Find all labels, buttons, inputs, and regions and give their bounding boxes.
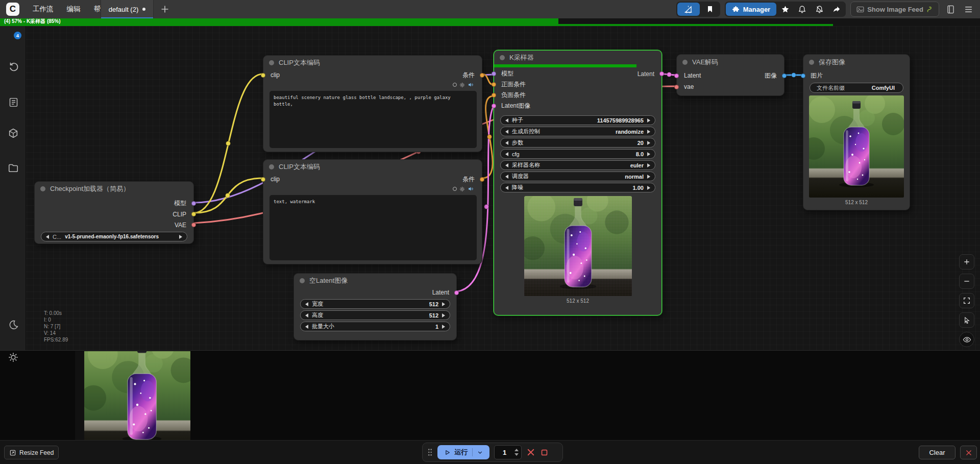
increment-icon[interactable] (647, 118, 650, 123)
settings-button[interactable] (7, 351, 19, 363)
ckpt-name-widget[interactable]: C... v1-5-pruned-emaonly-fp16.safetensor… (41, 232, 187, 241)
node-checkpoint-loader[interactable]: Checkpoint加载器（简易） 模型 CLIP VAE C... v1-5-… (34, 181, 194, 244)
feed-image[interactable] (75, 351, 190, 440)
positive-prompt-textarea[interactable]: beautiful scenery nature glass bottle la… (270, 91, 477, 148)
decrement-icon[interactable] (505, 175, 508, 179)
decrement-icon[interactable] (505, 163, 508, 167)
collapse-dot-icon[interactable] (269, 60, 274, 65)
port-dot-clip[interactable] (261, 73, 265, 78)
drag-handle-icon[interactable] (427, 448, 433, 456)
batch-size-widget[interactable]: 批量大小 1 (300, 322, 450, 331)
increment-icon[interactable] (647, 152, 650, 156)
decrement-icon[interactable] (505, 186, 508, 190)
comfyui-logo[interactable]: C (6, 3, 19, 16)
notification-button-1[interactable] (794, 3, 810, 16)
increment-icon[interactable] (647, 175, 650, 179)
collapse-dot-icon[interactable] (682, 60, 688, 65)
model-library-button[interactable] (7, 127, 19, 139)
theme-toggle-button[interactable] (7, 319, 19, 331)
next-option-icon[interactable] (179, 235, 182, 239)
node-clip-text-encode-positive[interactable]: CLIP文本编码 clip 条件 beautiful scenery natur… (263, 55, 482, 152)
port-dot-vae[interactable] (674, 85, 679, 89)
spin-down-icon[interactable] (514, 453, 519, 456)
decrement-icon[interactable] (505, 152, 508, 156)
node-title-bar[interactable]: CLIP文本编码 (263, 160, 482, 174)
toggle-link-visibility-button[interactable] (959, 332, 974, 347)
close-feed-button[interactable] (960, 446, 977, 459)
decrement-icon[interactable] (505, 141, 508, 145)
decrement-icon[interactable] (305, 313, 308, 318)
node-ksampler[interactable]: K采样器 模型 Latent 正面条件 负面条件 Latent图像 种子 114… (494, 50, 662, 315)
increment-icon[interactable] (647, 130, 650, 134)
node-title-bar[interactable]: 空Latent图像 (294, 274, 456, 287)
port-dot-model[interactable] (492, 71, 496, 76)
node-empty-latent-image[interactable]: 空Latent图像 Latent 宽度 512 高度 512 批量大小 1 (293, 273, 457, 340)
dot-toggle-icon[interactable] (453, 83, 457, 87)
height-widget[interactable]: 高度 512 (300, 310, 450, 320)
chevron-down-icon[interactable] (477, 449, 483, 456)
port-dot-positive[interactable] (492, 82, 496, 87)
panel-toggle-button[interactable] (944, 3, 957, 16)
clear-feed-button[interactable]: Clear (919, 446, 955, 459)
scheduler-widget[interactable]: 调度器 normal (500, 172, 655, 181)
speaker-icon[interactable] (468, 186, 474, 192)
port-dot-latent-in[interactable] (492, 104, 496, 108)
decrement-icon[interactable] (505, 130, 508, 134)
node-library-button[interactable] (7, 96, 19, 108)
workflow-tab[interactable]: default (2) (101, 0, 154, 18)
decrement-icon[interactable] (305, 302, 308, 306)
gear-icon[interactable] (459, 82, 465, 88)
width-widget[interactable]: 宽度 512 (300, 299, 450, 309)
favorites-button[interactable] (777, 3, 793, 16)
port-dot-image[interactable] (801, 74, 805, 78)
workflow-templates-button[interactable] (677, 3, 700, 16)
run-button[interactable]: 运行 (437, 445, 489, 459)
increment-icon[interactable] (442, 325, 445, 329)
workflows-browser-button[interactable] (7, 162, 19, 174)
zoom-in-button[interactable] (959, 254, 974, 270)
steps-widget[interactable]: 步数 20 (500, 138, 655, 148)
node-clip-text-encode-negative[interactable]: CLIP文本编码 clip 条件 text, watermark (263, 159, 482, 264)
increment-icon[interactable] (647, 186, 650, 190)
seed-widget[interactable]: 种子 114575989928965 (500, 115, 655, 125)
menu-edit[interactable]: 编辑 (67, 5, 81, 14)
queue-history-button[interactable] (7, 60, 19, 72)
denoise-widget[interactable]: 降噪 1.00 (500, 183, 655, 192)
port-dot-negative[interactable] (492, 93, 496, 97)
batch-count-spinner[interactable] (514, 449, 521, 456)
node-vae-decode[interactable]: VAE解码 Latent 图像 vae (676, 54, 785, 96)
port-dot-latent[interactable] (454, 290, 459, 295)
speaker-icon[interactable] (468, 82, 474, 88)
node-title-bar[interactable]: 保存图像 (803, 55, 910, 70)
select-mode-button[interactable] (959, 312, 974, 328)
filename-prefix-widget[interactable]: 文件名前缀 ComfyUI (810, 83, 903, 93)
port-dot-clip[interactable] (261, 177, 265, 182)
collapse-dot-icon[interactable] (300, 278, 305, 283)
dot-toggle-icon[interactable] (453, 187, 457, 191)
cancel-run-button[interactable] (526, 448, 535, 457)
port-dot-cond[interactable] (480, 73, 484, 78)
main-menu-button[interactable] (962, 3, 975, 16)
port-dot-latent-out[interactable] (659, 71, 664, 76)
node-title-bar[interactable]: K采样器 (494, 51, 662, 64)
show-image-feed-button[interactable]: Show Image Feed (850, 2, 939, 17)
collapse-dot-icon[interactable] (500, 55, 505, 60)
increment-icon[interactable] (647, 163, 650, 167)
node-title-bar[interactable]: CLIP文本编码 (263, 56, 482, 69)
fit-view-button[interactable] (959, 293, 974, 308)
port-dot-latent[interactable] (674, 74, 679, 78)
collapse-dot-icon[interactable] (40, 186, 45, 191)
bookmark-button[interactable] (701, 3, 719, 16)
node-title-bar[interactable]: VAE解码 (677, 55, 784, 70)
decrement-icon[interactable] (505, 118, 508, 123)
spin-up-icon[interactable] (514, 449, 519, 451)
batch-count-input[interactable]: 1 (494, 445, 522, 459)
prev-option-icon[interactable] (46, 235, 49, 239)
increment-icon[interactable] (442, 313, 445, 318)
port-dot-vae[interactable] (191, 223, 196, 227)
collapse-dot-icon[interactable] (269, 164, 274, 169)
new-workflow-button[interactable] (159, 4, 170, 15)
manager-button[interactable]: Manager (726, 3, 776, 16)
image-feed-panel[interactable] (0, 350, 980, 440)
port-dot-clip[interactable] (191, 212, 196, 216)
